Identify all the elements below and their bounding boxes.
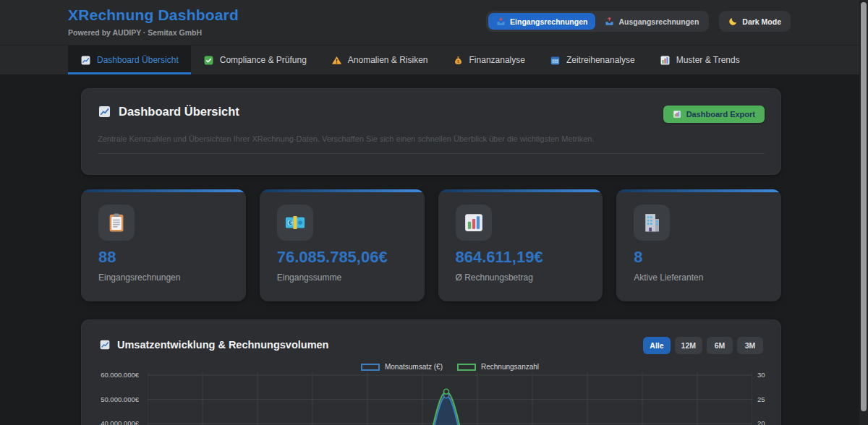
overview-title-row: Dashboard Übersicht xyxy=(98,105,239,119)
inbox-tray-icon xyxy=(496,17,506,26)
svg-text:€: € xyxy=(289,219,293,226)
stat-value: 76.085.785,06€ xyxy=(277,248,388,267)
stat-card-aktive-lieferanten: 8 Aktive Lieferanten xyxy=(616,189,781,301)
legend-swatch-blue xyxy=(361,364,380,371)
y-axis-right-labels: 302520 xyxy=(757,372,786,425)
tab-zeitreihenanalyse[interactable]: Zeitreihenanalyse xyxy=(537,46,647,74)
stat-label: Eingangssumme xyxy=(277,272,341,283)
stat-card-eingangssumme: € 76.085.785,06€ Eingangssumme xyxy=(260,189,425,301)
warning-icon xyxy=(331,55,342,66)
dark-mode-button[interactable]: Dark Mode xyxy=(719,11,791,32)
chart-up-icon xyxy=(99,339,111,351)
calendar-icon xyxy=(550,55,561,66)
scrollbar[interactable] xyxy=(859,0,868,425)
chart-up-icon xyxy=(98,105,111,119)
legend-item-monatsumsatz[interactable]: Monatsumsatz (€) xyxy=(361,363,443,371)
stat-card-rechnungsbetrag: 864.611,19€ Ø Rechnungsbetrag xyxy=(438,189,603,301)
stat-value: 8 xyxy=(634,248,642,267)
legend-swatch-green xyxy=(457,364,476,371)
main-content: Dashboard Übersicht Dashboard Export Zen… xyxy=(0,74,859,425)
toggle-ausgangsrechnungen[interactable]: Ausgangsrechnungen xyxy=(597,13,707,30)
app-title-block: XRechnung Dashboard Powered by AUDIPY · … xyxy=(68,7,239,37)
overview-card: Dashboard Übersicht Dashboard Export Zen… xyxy=(81,88,781,175)
app-header: XRechnung Dashboard Powered by AUDIPY · … xyxy=(0,0,859,45)
euro-note-icon: € xyxy=(284,212,306,233)
tab-dashboard-uebersicht[interactable]: Dashboard Übersicht xyxy=(68,46,191,74)
export-button-label: Dashboard Export xyxy=(686,110,755,119)
svg-text:$: $ xyxy=(457,59,459,64)
range-button-12m[interactable]: 12M xyxy=(675,337,702,354)
outbox-tray-icon xyxy=(605,17,614,26)
stat-icon-box xyxy=(98,205,135,241)
revenue-chart-svg xyxy=(148,372,752,425)
bar-chart-icon xyxy=(463,212,485,233)
tab-label: Anomalien & Risiken xyxy=(348,55,428,65)
legend-label: Rechnungsanzahl xyxy=(481,363,539,371)
tab-compliance-pruefung[interactable]: Compliance & Prüfung xyxy=(191,46,319,74)
tab-label: Finanzanalyse xyxy=(469,55,525,65)
app-title: XRechnung Dashboard xyxy=(68,7,239,24)
tab-label: Muster & Trends xyxy=(676,55,740,65)
stat-card-eingangsrechnungen: 88 Eingangsrechnungen xyxy=(81,189,246,301)
range-filter: Alle 12M 6M 3M xyxy=(643,337,763,354)
toggle-label: Ausgangsrechnungen xyxy=(618,17,699,26)
stat-value: 88 xyxy=(98,248,116,267)
stat-icon-box xyxy=(456,205,492,241)
revenue-chart-card: Umsatzentwicklung & Rechnungsvolumen All… xyxy=(81,319,781,425)
document-type-toggle: Eingangsrechnungen Ausgangsrechnungen xyxy=(486,11,709,32)
bar-chart-icon xyxy=(660,55,671,66)
tab-label: Compliance & Prüfung xyxy=(220,55,307,65)
y-axis-tick-label: 50.000.000€ xyxy=(101,395,139,403)
app-window: XRechnung Dashboard Powered by AUDIPY · … xyxy=(0,0,868,425)
legend-label: Monatsumsatz (€) xyxy=(385,363,443,371)
y-axis-tick-label: 20 xyxy=(757,419,765,425)
stat-label: Ø Rechnungsbetrag xyxy=(456,272,533,283)
toggle-eingangsrechnungen[interactable]: Eingangsrechnungen xyxy=(488,13,595,30)
main-tab-bar: Dashboard Übersicht Compliance & Prüfung… xyxy=(0,45,859,74)
range-button-3m[interactable]: 3M xyxy=(737,337,763,354)
overview-description: Zentrale Kennzahlen und Übersichten Ihre… xyxy=(98,134,765,143)
chart-up-icon xyxy=(80,55,91,66)
dark-mode-label: Dark Mode xyxy=(742,17,781,26)
stat-icon-box: € xyxy=(277,205,313,241)
overview-title: Dashboard Übersicht xyxy=(119,105,239,119)
chart-title: Umsatzentwicklung & Rechnungsvolumen xyxy=(117,339,328,351)
divider xyxy=(98,153,765,154)
dashboard-export-button[interactable]: Dashboard Export xyxy=(663,106,765,123)
tab-finanzanalyse[interactable]: $ Finanzanalyse xyxy=(441,46,537,74)
tab-label: Zeitreihenanalyse xyxy=(566,55,635,65)
toggle-label: Eingangsrechnungen xyxy=(510,17,587,26)
chart-title-row: Umsatzentwicklung & Rechnungsvolumen xyxy=(99,339,328,351)
y-axis-tick-label: 25 xyxy=(757,395,765,403)
stats-row: 88 Eingangsrechnungen € 76.085.785,06€ E… xyxy=(81,189,781,301)
app-subtitle: Powered by AUDIPY · Semitax GmbH xyxy=(68,28,239,37)
clipboard-icon xyxy=(106,212,127,233)
scrollbar-thumb[interactable] xyxy=(861,2,867,411)
moon-icon xyxy=(728,17,738,26)
y-axis-tick-label: 60.000.000€ xyxy=(101,371,139,379)
stat-icon-box xyxy=(634,205,670,241)
building-icon xyxy=(641,212,663,233)
header-actions: Eingangsrechnungen Ausgangsrechnungen Da… xyxy=(486,11,791,32)
tab-muster-trends[interactable]: Muster & Trends xyxy=(647,46,752,74)
range-button-alle[interactable]: Alle xyxy=(643,337,670,354)
stat-label: Aktive Lieferanten xyxy=(634,272,703,283)
y-axis-left-labels: 60.000.000€50.000.000€40.000.000€ xyxy=(82,372,143,425)
range-button-6m[interactable]: 6M xyxy=(707,337,733,354)
check-icon xyxy=(203,55,214,66)
chart-plot-area[interactable] xyxy=(148,372,752,425)
money-bag-icon: $ xyxy=(453,55,464,66)
y-axis-tick-label: 40.000.000€ xyxy=(101,419,139,425)
tab-label: Dashboard Übersicht xyxy=(97,55,179,65)
bar-chart-icon xyxy=(673,110,681,119)
stat-value: 864.611,19€ xyxy=(456,248,543,267)
legend-item-rechnungsanzahl[interactable]: Rechnungsanzahl xyxy=(457,363,539,371)
y-axis-tick-label: 30 xyxy=(757,371,765,379)
tab-anomalien-risiken[interactable]: Anomalien & Risiken xyxy=(319,46,441,74)
chart-legend: Monatsumsatz (€) Rechnungsanzahl xyxy=(148,363,752,371)
stat-label: Eingangsrechnungen xyxy=(98,272,180,283)
